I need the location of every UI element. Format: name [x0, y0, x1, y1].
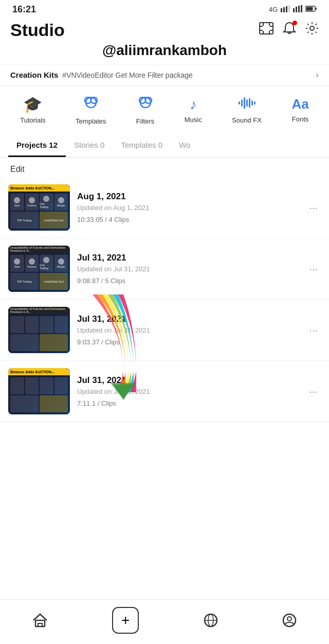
- project-updated: Updated on Aug 1, 2021: [77, 204, 299, 212]
- svg-rect-22: [246, 99, 248, 107]
- music-label: Music: [185, 116, 202, 124]
- tab-templates[interactable]: Templates 0: [113, 133, 171, 157]
- app-title: Studio: [10, 20, 65, 40]
- project-info: Jul 31, 2021 Updated on Jul 31, 2021 9:0…: [77, 253, 299, 285]
- screen-icon[interactable]: [259, 22, 273, 38]
- projects-list: Binance Adds AUCTION... Spot Futures Gri…: [0, 177, 329, 474]
- music-icon: ♪: [190, 96, 197, 113]
- settings-icon[interactable]: [305, 22, 319, 39]
- svg-rect-21: [244, 97, 245, 109]
- tab-stories[interactable]: Stories 0: [66, 133, 113, 157]
- svg-rect-24: [251, 100, 253, 106]
- svg-rect-5: [296, 7, 297, 12]
- nav-home[interactable]: [32, 613, 48, 628]
- svg-rect-6: [298, 6, 300, 12]
- signal2-icon: [293, 5, 302, 14]
- project-item: Unavailability of Futures and Derivative…: [0, 300, 329, 361]
- bottom-nav: +: [0, 599, 329, 644]
- project-updated: Updated on Jul 31, 2021: [77, 326, 299, 334]
- tool-soundfx[interactable]: Sound FX: [232, 96, 262, 124]
- svg-rect-19: [239, 101, 240, 105]
- more-options-button[interactable]: ···: [306, 322, 321, 338]
- project-updated: Updated on Jul 31, 2021: [77, 388, 299, 395]
- svg-point-12: [310, 26, 314, 30]
- templates-icon: [83, 94, 99, 114]
- notification-dot: [293, 21, 297, 25]
- project-date: Aug 1, 2021: [77, 192, 299, 202]
- more-options-button[interactable]: ···: [306, 384, 321, 399]
- project-thumbnail[interactable]: Binance Adds AUCTION... Spot Futures Gri…: [8, 184, 70, 231]
- header: Studio @aliimrankamboh: [0, 17, 329, 64]
- svg-point-34: [287, 617, 291, 621]
- more-options-button[interactable]: ···: [306, 200, 321, 216]
- status-time: 16:21: [12, 4, 36, 15]
- svg-rect-11: [260, 23, 273, 34]
- svg-rect-7: [301, 5, 302, 12]
- svg-rect-9: [306, 7, 313, 11]
- more-options-button[interactable]: ···: [306, 261, 321, 277]
- ck-arrow: ›: [316, 69, 319, 80]
- nav-add[interactable]: +: [112, 607, 139, 634]
- svg-rect-23: [249, 98, 250, 108]
- project-item: Unavailability of Futures and Derivative…: [0, 238, 329, 300]
- ck-label: Creation Kits: [10, 71, 58, 79]
- network-icon: 4G: [269, 6, 278, 13]
- project-date: Jul 31, 2021: [77, 375, 299, 386]
- svg-rect-29: [38, 623, 42, 626]
- status-bar: 16:21 4G: [0, 0, 329, 17]
- project-meta: 9:08.87 / 5 Clips: [77, 277, 299, 285]
- tool-tutorials[interactable]: 🎓 Tutorials: [20, 95, 45, 124]
- project-meta: 10:33.05 / 4 Clips: [77, 216, 299, 223]
- tool-templates[interactable]: Templates: [76, 94, 106, 125]
- signal-icon: [281, 5, 290, 14]
- tools-row: 🎓 Tutorials Templates Filters ♪ Music So…: [0, 86, 329, 130]
- project-date: Jul 31, 2021: [77, 314, 299, 324]
- svg-rect-4: [293, 8, 295, 12]
- tool-fonts[interactable]: Aa Fonts: [291, 96, 308, 123]
- tool-music[interactable]: ♪ Music: [185, 96, 202, 124]
- header-icons: [259, 22, 319, 39]
- battery-icon: [305, 6, 317, 13]
- project-item: Binance Adds AUCTION... Spot Futures Gri…: [0, 177, 329, 238]
- svg-rect-20: [241, 99, 243, 107]
- notification-icon[interactable]: [283, 22, 296, 39]
- project-meta: 7:11.1 / Clips: [77, 399, 299, 407]
- tool-filters[interactable]: Filters: [136, 94, 154, 125]
- fonts-icon: Aa: [291, 96, 308, 112]
- filters-label: Filters: [136, 117, 154, 125]
- nav-explore[interactable]: [204, 613, 218, 628]
- tutorials-label: Tutorials: [20, 116, 45, 124]
- add-icon: +: [121, 612, 130, 629]
- project-info: Aug 1, 2021 Updated on Aug 1, 2021 10:33…: [77, 192, 299, 223]
- project-thumbnail[interactable]: Unavailability of Futures and Derivative…: [8, 246, 70, 292]
- edit-bar: Edit: [0, 158, 329, 177]
- templates-label: Templates: [76, 117, 106, 125]
- project-thumbnail[interactable]: Binance Adds AUCTION...: [8, 368, 70, 414]
- filters-icon: [137, 94, 154, 114]
- project-updated: Updated on Jul 31, 2021: [77, 265, 299, 273]
- status-icons: 4G: [269, 5, 317, 14]
- project-info: Jul 31, 2021 Updated on Jul 31, 2021 9:0…: [77, 314, 299, 346]
- fonts-label: Fonts: [292, 115, 309, 123]
- soundfx-icon: [238, 96, 255, 113]
- nav-profile[interactable]: [282, 613, 297, 628]
- username: @aliimrankamboh: [10, 42, 319, 59]
- svg-rect-10: [316, 8, 317, 10]
- svg-rect-25: [254, 101, 255, 105]
- soundfx-label: Sound FX: [232, 116, 262, 124]
- svg-rect-1: [283, 7, 285, 12]
- creation-kits-banner[interactable]: Creation Kits #VNVideoEditor Get More Fi…: [0, 64, 329, 86]
- project-meta: 9:03.37 / Clips: [77, 338, 299, 346]
- edit-label: Edit: [10, 165, 25, 173]
- tab-projects[interactable]: Projects 12: [8, 133, 66, 157]
- ck-text: #VNVideoEditor Get More Filter package: [62, 71, 312, 79]
- svg-rect-0: [281, 8, 282, 12]
- tabs-row: Projects 12 Stories 0 Templates 0 Wo: [0, 133, 329, 158]
- svg-rect-3: [288, 5, 290, 12]
- project-date: Jul 31, 2021: [77, 253, 299, 263]
- tutorials-icon: 🎓: [23, 95, 42, 113]
- project-thumbnail[interactable]: Unavailability of Futures and Derivative…: [8, 307, 70, 353]
- svg-rect-2: [286, 6, 287, 12]
- project-item: Binance Adds AUCTION... Jul 31, 2021 Upd…: [0, 361, 329, 422]
- tab-wo[interactable]: Wo: [171, 133, 198, 157]
